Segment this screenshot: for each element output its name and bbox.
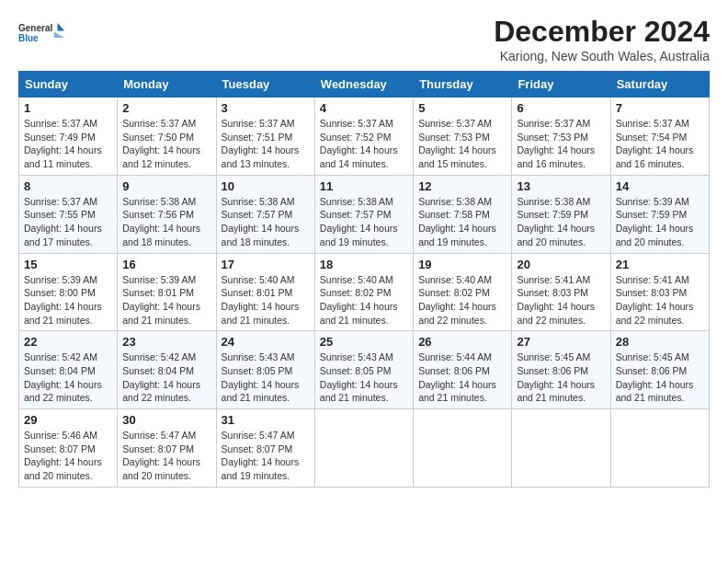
week-row-3: 15 Sunrise: 5:39 AMSunset: 8:00 PMDaylig… (19, 253, 710, 331)
calendar-cell: 4 Sunrise: 5:37 AMSunset: 7:52 PMDayligh… (314, 98, 413, 176)
day-info: Sunrise: 5:42 AMSunset: 8:04 PMDaylight:… (122, 350, 210, 405)
day-info: Sunrise: 5:38 AMSunset: 7:57 PMDaylight:… (222, 195, 310, 249)
day-info: Sunrise: 5:37 AMSunset: 7:55 PMDaylight:… (24, 195, 112, 249)
weekday-header-monday: Monday (118, 72, 216, 98)
day-number: 9 (122, 179, 210, 193)
calendar-cell: 6 Sunrise: 5:37 AMSunset: 7:53 PMDayligh… (512, 98, 610, 176)
calendar-cell: 3 Sunrise: 5:37 AMSunset: 7:51 PMDayligh… (216, 98, 314, 176)
day-number: 27 (517, 335, 605, 349)
weekday-header-sunday: Sunday (19, 72, 118, 98)
day-info: Sunrise: 5:37 AMSunset: 7:54 PMDaylight:… (616, 117, 704, 171)
day-number: 1 (24, 101, 112, 115)
day-info: Sunrise: 5:42 AMSunset: 8:04 PMDaylight:… (24, 350, 112, 405)
calendar-cell: 1 Sunrise: 5:37 AMSunset: 7:49 PMDayligh… (19, 98, 118, 176)
svg-text:General: General (18, 23, 52, 33)
day-number: 15 (24, 258, 112, 271)
day-info: Sunrise: 5:47 AMSunset: 8:07 PMDaylight:… (122, 429, 210, 483)
calendar-cell: 27 Sunrise: 5:45 AMSunset: 8:06 PMDaylig… (512, 331, 610, 409)
week-row-4: 22 Sunrise: 5:42 AMSunset: 8:04 PMDaylig… (19, 331, 710, 409)
weekday-header-row: SundayMondayTuesdayWednesdayThursdayFrid… (19, 72, 710, 98)
calendar-cell: 21 Sunrise: 5:41 AMSunset: 8:03 PMDaylig… (610, 253, 709, 331)
day-info: Sunrise: 5:39 AMSunset: 7:59 PMDaylight:… (616, 195, 704, 249)
weekday-header-wednesday: Wednesday (314, 72, 413, 98)
day-number: 23 (122, 335, 210, 349)
svg-text:Blue: Blue (18, 33, 39, 43)
day-info: Sunrise: 5:38 AMSunset: 7:57 PMDaylight:… (320, 195, 408, 249)
day-info: Sunrise: 5:38 AMSunset: 7:56 PMDaylight:… (122, 195, 210, 249)
day-info: Sunrise: 5:37 AMSunset: 7:49 PMDaylight:… (24, 117, 112, 171)
calendar-cell: 5 Sunrise: 5:37 AMSunset: 7:53 PMDayligh… (414, 98, 512, 176)
calendar-table: SundayMondayTuesdayWednesdayThursdayFrid… (18, 71, 710, 488)
day-number: 30 (122, 413, 210, 427)
logo: General Blue (18, 15, 64, 52)
calendar-cell: 10 Sunrise: 5:38 AMSunset: 7:57 PMDaylig… (216, 175, 314, 253)
calendar-cell (414, 409, 512, 488)
day-info: Sunrise: 5:40 AMSunset: 8:01 PMDaylight:… (222, 273, 310, 327)
day-info: Sunrise: 5:38 AMSunset: 7:58 PMDaylight:… (418, 195, 506, 249)
day-info: Sunrise: 5:37 AMSunset: 7:52 PMDaylight:… (320, 117, 408, 171)
day-info: Sunrise: 5:37 AMSunset: 7:50 PMDaylight:… (122, 117, 210, 171)
weekday-header-tuesday: Tuesday (216, 72, 314, 98)
day-number: 7 (616, 101, 704, 115)
day-info: Sunrise: 5:41 AMSunset: 8:03 PMDaylight:… (517, 273, 605, 327)
day-number: 21 (616, 258, 704, 271)
day-number: 3 (222, 101, 310, 115)
day-number: 10 (222, 179, 310, 193)
day-info: Sunrise: 5:47 AMSunset: 8:07 PMDaylight:… (222, 429, 310, 483)
calendar-cell: 11 Sunrise: 5:38 AMSunset: 7:57 PMDaylig… (314, 175, 413, 253)
day-info: Sunrise: 5:43 AMSunset: 8:05 PMDaylight:… (320, 350, 408, 405)
calendar-cell: 12 Sunrise: 5:38 AMSunset: 7:58 PMDaylig… (414, 175, 512, 253)
svg-marker-2 (58, 23, 65, 31)
weekday-header-saturday: Saturday (610, 72, 709, 98)
calendar-cell: 18 Sunrise: 5:40 AMSunset: 8:02 PMDaylig… (314, 253, 413, 331)
header: General Blue December 2024 Kariong, New … (18, 15, 710, 63)
day-info: Sunrise: 5:45 AMSunset: 8:06 PMDaylight:… (517, 350, 605, 405)
calendar-cell: 25 Sunrise: 5:43 AMSunset: 8:05 PMDaylig… (314, 331, 413, 409)
calendar-cell: 2 Sunrise: 5:37 AMSunset: 7:50 PMDayligh… (118, 98, 216, 176)
day-info: Sunrise: 5:44 AMSunset: 8:06 PMDaylight:… (418, 350, 506, 405)
day-info: Sunrise: 5:37 AMSunset: 7:53 PMDaylight:… (517, 117, 605, 171)
day-number: 19 (418, 258, 506, 271)
calendar-cell: 7 Sunrise: 5:37 AMSunset: 7:54 PMDayligh… (610, 98, 709, 176)
location-subtitle: Kariong, New South Wales, Australia (494, 49, 710, 63)
day-info: Sunrise: 5:40 AMSunset: 8:02 PMDaylight:… (418, 273, 506, 327)
title-area: December 2024 Kariong, New South Wales, … (494, 15, 710, 63)
day-number: 25 (320, 335, 408, 349)
day-number: 11 (320, 179, 408, 193)
day-info: Sunrise: 5:43 AMSunset: 8:05 PMDaylight:… (222, 350, 310, 405)
day-number: 24 (222, 335, 310, 349)
calendar-cell: 24 Sunrise: 5:43 AMSunset: 8:05 PMDaylig… (216, 331, 314, 409)
calendar-cell: 28 Sunrise: 5:45 AMSunset: 8:06 PMDaylig… (610, 331, 709, 409)
weekday-header-friday: Friday (512, 72, 610, 98)
day-info: Sunrise: 5:37 AMSunset: 7:53 PMDaylight:… (418, 117, 506, 171)
calendar-cell: 29 Sunrise: 5:46 AMSunset: 8:07 PMDaylig… (19, 409, 118, 488)
calendar-cell: 19 Sunrise: 5:40 AMSunset: 8:02 PMDaylig… (414, 253, 512, 331)
day-number: 13 (517, 179, 605, 193)
day-number: 20 (517, 258, 605, 271)
week-row-1: 1 Sunrise: 5:37 AMSunset: 7:49 PMDayligh… (19, 98, 710, 176)
calendar-cell: 15 Sunrise: 5:39 AMSunset: 8:00 PMDaylig… (19, 253, 118, 331)
day-info: Sunrise: 5:45 AMSunset: 8:06 PMDaylight:… (616, 350, 704, 405)
day-number: 17 (222, 258, 310, 271)
calendar-cell: 20 Sunrise: 5:41 AMSunset: 8:03 PMDaylig… (512, 253, 610, 331)
day-number: 22 (24, 335, 112, 349)
day-info: Sunrise: 5:37 AMSunset: 7:51 PMDaylight:… (222, 117, 310, 171)
week-row-2: 8 Sunrise: 5:37 AMSunset: 7:55 PMDayligh… (19, 175, 710, 253)
day-number: 5 (418, 101, 506, 115)
calendar-cell: 30 Sunrise: 5:47 AMSunset: 8:07 PMDaylig… (118, 409, 216, 488)
logo-svg: General Blue (18, 15, 64, 52)
day-number: 31 (222, 413, 310, 427)
calendar-cell: 9 Sunrise: 5:38 AMSunset: 7:56 PMDayligh… (118, 175, 216, 253)
day-number: 8 (24, 179, 112, 193)
month-title: December 2024 (494, 15, 710, 49)
day-number: 4 (320, 101, 408, 115)
week-row-5: 29 Sunrise: 5:46 AMSunset: 8:07 PMDaylig… (19, 409, 710, 488)
day-info: Sunrise: 5:39 AMSunset: 8:00 PMDaylight:… (24, 273, 112, 327)
day-info: Sunrise: 5:39 AMSunset: 8:01 PMDaylight:… (122, 273, 210, 327)
day-number: 14 (616, 179, 704, 193)
calendar-cell: 13 Sunrise: 5:38 AMSunset: 7:59 PMDaylig… (512, 175, 610, 253)
day-info: Sunrise: 5:46 AMSunset: 8:07 PMDaylight:… (24, 429, 112, 483)
day-number: 6 (517, 101, 605, 115)
calendar-cell: 23 Sunrise: 5:42 AMSunset: 8:04 PMDaylig… (118, 331, 216, 409)
day-number: 12 (418, 179, 506, 193)
